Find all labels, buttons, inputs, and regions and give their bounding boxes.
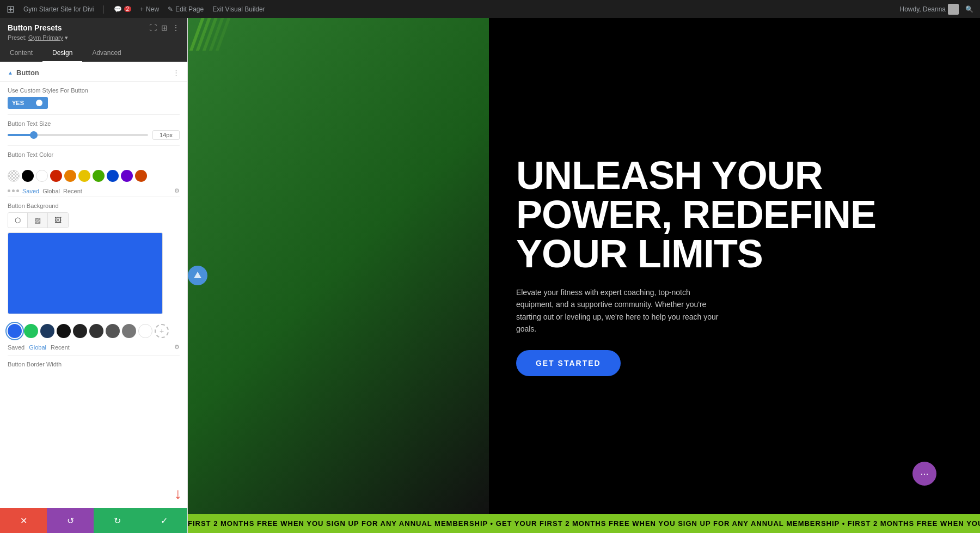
panel-header: Button Presets ⛶ ⊞ ⋮ Preset: Gym Primary… xyxy=(0,18,187,45)
canvas-content: UNLEASH YOUR POWER, REDEFINE YOUR LIMITS… xyxy=(188,18,980,514)
color-swatch-transparent[interactable] xyxy=(8,170,20,182)
preset-row: Preset: Gym Primary ▾ xyxy=(8,34,180,41)
color-swatch-green[interactable] xyxy=(93,170,105,182)
panel-bottom: ✕ ↺ ↻ ✓ xyxy=(0,508,187,533)
bg-solid-btn[interactable]: ⬡ xyxy=(8,213,28,228)
tab-design[interactable]: Design xyxy=(42,45,82,62)
ticker-content: FIRST 2 MONTHS FREE WHEN YOU SIGN UP FOR… xyxy=(188,519,980,528)
comments-link[interactable]: 💬 2 xyxy=(114,5,132,13)
bg-swatch-0[interactable] xyxy=(8,324,22,338)
hero-section: UNLEASH YOUR POWER, REDEFINE YOUR LIMITS… xyxy=(188,18,980,514)
color-tab-recent[interactable]: Recent xyxy=(63,188,82,194)
bg-controls: ⬡ ▨ 🖼 xyxy=(8,212,69,228)
bg-section: Button Background ⬡ ▨ 🖼 xyxy=(0,197,187,320)
border-width-label: Button Border Width xyxy=(8,361,180,367)
bg-swatch-add[interactable]: + xyxy=(155,324,169,338)
tab-content[interactable]: Content xyxy=(0,45,42,62)
hero-left-panel xyxy=(188,18,489,514)
text-color-label: Button Text Color xyxy=(8,151,180,158)
slider-thumb[interactable] xyxy=(30,131,38,139)
bg-tab-global[interactable]: Global xyxy=(29,344,46,351)
bg-tab-recent[interactable]: Recent xyxy=(51,344,70,351)
hero-cta-button[interactable]: GET STARTED xyxy=(516,350,621,376)
wp-logo-icon[interactable]: ⊞ xyxy=(7,3,15,15)
dot-3 xyxy=(16,189,19,192)
text-size-field: Button Text Size xyxy=(0,115,187,145)
color-swatch-brown[interactable] xyxy=(135,170,147,182)
section-more-icon[interactable]: ⋮ xyxy=(173,69,180,77)
bg-label: Button Background xyxy=(8,203,180,209)
color-gear-icon[interactable]: ⚙ xyxy=(174,187,180,194)
bg-gradient-btn[interactable]: ▨ xyxy=(28,213,48,228)
divi-float-button[interactable] xyxy=(188,266,207,285)
ticker-bar: FIRST 2 MONTHS FREE WHEN YOU SIGN UP FOR… xyxy=(188,514,980,533)
separator-1: | xyxy=(102,4,105,14)
bg-swatch-5[interactable] xyxy=(89,324,103,338)
color-swatch-yellow[interactable] xyxy=(78,170,90,182)
search-icon[interactable]: 🔍 xyxy=(965,5,973,13)
edit-page-link[interactable]: ✎ Edit Page xyxy=(168,5,204,13)
panel-content: ▲ Button ⋮ Use Custom Styles For Button … xyxy=(0,62,187,508)
bg-swatch-4[interactable] xyxy=(73,324,87,338)
redo-button[interactable]: ↻ xyxy=(94,508,140,533)
fullscreen-icon[interactable]: ⛶ xyxy=(149,23,157,32)
bg-swatch-2[interactable] xyxy=(40,324,54,338)
bg-image-btn[interactable]: 🖼 xyxy=(48,213,68,228)
section-header-button: ▲ Button ⋮ xyxy=(0,62,187,82)
color-tab-saved[interactable]: Saved xyxy=(22,188,39,194)
undo-button[interactable]: ↺ xyxy=(47,508,94,533)
bg-gear-icon[interactable]: ⚙ xyxy=(174,344,180,351)
bg-swatch-8[interactable] xyxy=(138,324,152,338)
color-dots xyxy=(8,189,19,192)
color-swatch-blue[interactable] xyxy=(107,170,119,182)
columns-icon[interactable]: ⊞ xyxy=(161,23,168,32)
color-swatches xyxy=(0,167,187,185)
color-tab-global[interactable]: Global xyxy=(42,188,60,194)
tab-advanced[interactable]: Advanced xyxy=(82,45,131,62)
toggle-track[interactable] xyxy=(26,99,44,107)
dots-icon: ··· xyxy=(920,468,928,480)
panel-title-icons: ⛶ ⊞ ⋮ xyxy=(149,23,180,32)
avatar xyxy=(948,4,959,15)
border-section: Button Border Width xyxy=(0,356,187,373)
bg-swatch-6[interactable] xyxy=(106,324,120,338)
new-content-link[interactable]: + New xyxy=(140,5,159,13)
hero-title: UNLEASH YOUR POWER, REDEFINE YOUR LIMITS xyxy=(516,156,953,273)
cancel-button[interactable]: ✕ xyxy=(0,508,47,533)
bg-swatch-7[interactable] xyxy=(122,324,136,338)
bg-swatch-1[interactable] xyxy=(24,324,38,338)
howdy-user[interactable]: Howdy, Deanna xyxy=(900,4,959,15)
color-swatch-orange[interactable] xyxy=(64,170,76,182)
pencil-icon: ✎ xyxy=(168,5,173,13)
text-size-label: Button Text Size xyxy=(8,120,180,127)
custom-styles-field: Use Custom Styles For Button YES xyxy=(0,82,187,114)
site-name[interactable]: Gym Starter Site for Divi xyxy=(23,5,94,13)
bg-swatch-3[interactable] xyxy=(57,324,71,338)
admin-bar-right: Howdy, Deanna 🔍 xyxy=(900,4,974,15)
color-tabs-row: Saved Global Recent ⚙ xyxy=(0,185,187,197)
plus-icon: + xyxy=(140,5,144,13)
color-swatch-purple[interactable] xyxy=(121,170,133,182)
dot-1 xyxy=(8,189,10,192)
section-icons: ⋮ xyxy=(173,69,180,77)
save-button[interactable]: ✓ xyxy=(140,508,187,533)
exit-builder-link[interactable]: Exit Visual Builder xyxy=(212,5,265,13)
bg-color-preview[interactable] xyxy=(8,232,163,314)
more-options-icon[interactable]: ⋮ xyxy=(172,23,180,32)
slider-track[interactable] xyxy=(8,134,148,136)
bg-tab-saved[interactable]: Saved xyxy=(8,344,24,351)
text-size-input[interactable] xyxy=(152,130,180,140)
color-swatch-black[interactable] xyxy=(22,170,34,182)
text-color-field: Button Text Color xyxy=(0,146,187,167)
admin-bar: ⊞ Gym Starter Site for Divi | 💬 2 + New … xyxy=(0,0,980,18)
purple-float-button[interactable]: ··· xyxy=(912,462,936,486)
custom-styles-toggle[interactable]: YES xyxy=(8,97,48,109)
comment-icon: 💬 xyxy=(114,5,122,13)
custom-styles-label: Use Custom Styles For Button xyxy=(8,87,180,94)
panel-title-row: Button Presets ⛶ ⊞ ⋮ xyxy=(8,23,180,32)
left-panel: Button Presets ⛶ ⊞ ⋮ Preset: Gym Primary… xyxy=(0,18,188,533)
color-swatch-white[interactable] xyxy=(36,170,48,182)
preset-link[interactable]: Gym Primary xyxy=(28,34,63,41)
bg-color-tabs-row: Saved Global Recent ⚙ xyxy=(0,342,187,355)
color-swatch-red[interactable] xyxy=(50,170,62,182)
